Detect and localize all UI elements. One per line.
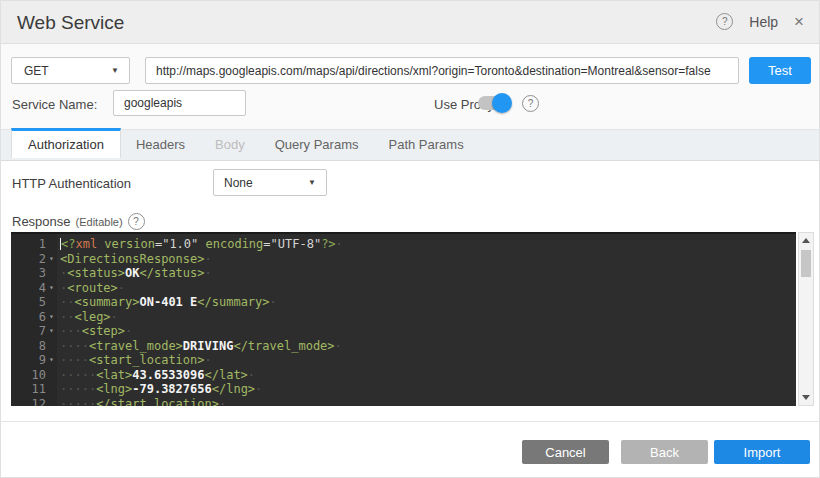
chevron-down-icon: ▼ xyxy=(111,66,129,75)
help-icon[interactable]: ? xyxy=(716,13,733,30)
tab-path-params[interactable]: Path Params xyxy=(373,130,478,160)
request-section: GET ▼ Test Service Name: Use Proxy: ? xyxy=(1,44,819,129)
page-title: Web Service xyxy=(17,12,124,34)
fold-arrow-icon: ▾ xyxy=(49,312,54,321)
import-button[interactable]: Import xyxy=(714,440,810,464)
service-name-input[interactable] xyxy=(113,90,246,116)
response-help-icon[interactable]: ? xyxy=(128,213,145,230)
scroll-up-icon[interactable] xyxy=(802,238,810,243)
test-button[interactable]: Test xyxy=(749,57,811,84)
help-link[interactable]: Help xyxy=(749,14,778,30)
http-authentication-value: None xyxy=(214,176,308,190)
tab-authorization[interactable]: Authorization xyxy=(11,128,121,158)
editor-line: 3·<status>OK</status>· xyxy=(11,266,796,281)
tab-bar: AuthorizationHeadersBodyQuery ParamsPath… xyxy=(1,129,819,161)
editor-scrollbar[interactable] xyxy=(798,232,814,406)
use-proxy-toggle[interactable] xyxy=(478,96,509,110)
web-service-dialog: Web Service ? Help × GET ▼ Test Service … xyxy=(0,0,820,478)
tab-body: Body xyxy=(200,130,260,160)
editor-line: 2▾<DirectionsResponse>· xyxy=(11,252,796,267)
editor-line: 7▾···<step>· xyxy=(11,324,796,339)
editor-line: 1<?xml version="1.0" encoding="UTF-8"?>· xyxy=(11,237,796,252)
footer-divider xyxy=(1,421,819,422)
back-button[interactable]: Back xyxy=(621,440,708,464)
fold-arrow-icon: ▾ xyxy=(49,254,54,263)
fold-arrow-icon: ▾ xyxy=(49,283,54,292)
toggle-knob xyxy=(492,93,512,113)
chevron-down-icon: ▼ xyxy=(308,178,326,187)
http-method-select[interactable]: GET ▼ xyxy=(11,57,130,84)
scrollbar-thumb[interactable] xyxy=(801,250,811,277)
dialog-header: Web Service ? Help × xyxy=(1,1,819,44)
scroll-down-icon[interactable] xyxy=(802,395,810,400)
url-input[interactable] xyxy=(145,57,739,84)
service-name-label: Service Name: xyxy=(12,97,97,112)
editor-line: 10·····<lat>43.6533096</lat>· xyxy=(11,368,796,383)
response-editable-label: (Editable) xyxy=(76,216,123,228)
response-label: Response xyxy=(12,214,71,229)
editor-line: 9▾····<start_location>· xyxy=(11,353,796,368)
fold-arrow-icon: ▾ xyxy=(49,326,54,335)
editor-line: 11·····<lng>-79.3827656</lng>· xyxy=(11,382,796,397)
http-authentication-label: HTTP Authentication xyxy=(12,176,131,191)
editor-line: 4▾·<route>· xyxy=(11,281,796,296)
response-label-row: Response (Editable) ? xyxy=(12,213,145,230)
proxy-help-icon[interactable]: ? xyxy=(522,95,539,112)
close-icon[interactable]: × xyxy=(794,13,804,30)
editor-line: 8····<travel_mode>DRIVING</travel_mode>· xyxy=(11,339,796,354)
cancel-button[interactable]: Cancel xyxy=(522,440,609,464)
editor-line: 6▾··<leg>· xyxy=(11,310,796,325)
http-method-value: GET xyxy=(12,64,111,78)
tab-headers[interactable]: Headers xyxy=(121,130,200,160)
header-actions: ? Help × xyxy=(716,13,804,30)
editor-line: 5··<summary>ON-401 E</summary>· xyxy=(11,295,796,310)
response-editor[interactable]: 1<?xml version="1.0" encoding="UTF-8"?>·… xyxy=(11,232,796,406)
editor-lines: 1<?xml version="1.0" encoding="UTF-8"?>·… xyxy=(11,237,796,406)
tab-query-params[interactable]: Query Params xyxy=(260,130,374,160)
fold-arrow-icon: ▾ xyxy=(49,355,54,364)
http-authentication-select[interactable]: None ▼ xyxy=(213,169,327,196)
editor-line: 12·····</start_location>· xyxy=(11,397,796,406)
